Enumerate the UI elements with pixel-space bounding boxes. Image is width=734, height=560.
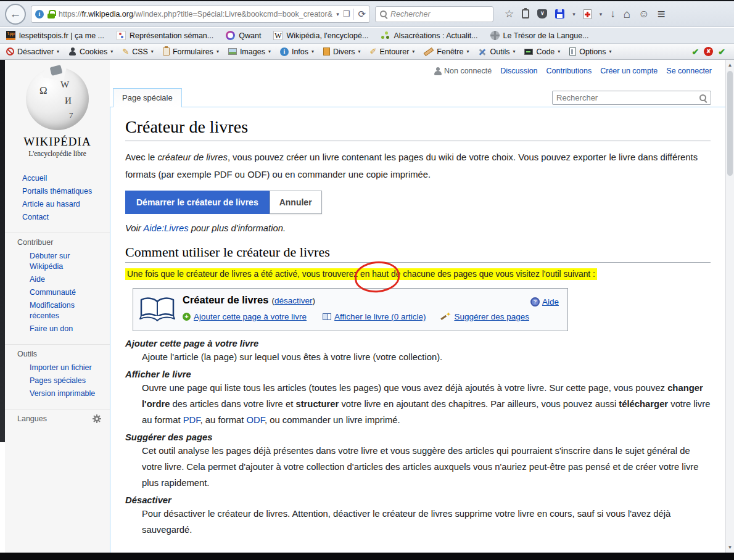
url-history-dropdown-icon[interactable]: ▾ [336, 11, 339, 17]
devbar-label: Options [579, 47, 606, 56]
wikipedia-favicon: W [273, 31, 282, 40]
definition-description: Ouvre une page qui liste tous les articl… [142, 380, 711, 428]
web-developer-toolbar: Désactiver▾ Cookies▾ ✎CSS▾ Formulaires▾ … [0, 44, 734, 60]
browser-search-box[interactable] [375, 6, 493, 22]
suggest-pages-link-label[interactable]: Suggérer des pages [454, 312, 529, 321]
personal-link-create-account[interactable]: Créer un compte [600, 67, 658, 75]
devbar-options[interactable]: Options▾ [569, 47, 611, 56]
addon-page-icon[interactable] [583, 9, 592, 19]
save-dropdown-icon[interactable]: ▾ [572, 11, 575, 17]
personal-link-login[interactable]: Se connecter [666, 67, 712, 75]
wiki-search-input[interactable] [556, 93, 699, 102]
sidebar-item-pages-speciales[interactable]: Pages spéciales [30, 374, 105, 387]
save-session-icon[interactable] [555, 9, 564, 19]
https-lock-icon[interactable] [47, 10, 55, 19]
search-icon[interactable] [699, 94, 707, 102]
devbar-fenetre[interactable]: Fenêtre▾ [424, 47, 469, 56]
help-link[interactable]: Aide [542, 297, 559, 307]
sidebar-item-communaute[interactable]: Communauté [30, 286, 105, 299]
devbar-cookies[interactable]: Cookies▾ [68, 47, 113, 56]
addon-dropdown-icon[interactable]: ▾ [600, 11, 603, 17]
add-page-link-label[interactable]: Ajouter cette page à votre livre [194, 312, 307, 321]
bookmark-lespetitspois[interactable]: lpp lespetitspois.fr | ça me ... [6, 31, 104, 40]
bookmark-alsacreations[interactable]: Alsacréations : Actualit... [381, 31, 477, 40]
bookmark-qwant[interactable]: Qwant [226, 31, 261, 40]
intro-paragraph: Avec le créateur de livres, vous pouvez … [125, 149, 711, 183]
devbar-label: CSS [132, 47, 148, 56]
validation-check-icon[interactable]: ✔ [718, 47, 725, 57]
sidebar-item-hasard[interactable]: Article au hasard [22, 198, 110, 211]
book-creator-toolbox: Créateur de livres (désactiver) ? Aide +… [133, 288, 568, 331]
personal-link-contributions[interactable]: Contributions [546, 67, 592, 75]
downloads-icon[interactable]: ↓ [610, 8, 616, 20]
personal-link-discussion[interactable]: Discussion [500, 67, 537, 75]
ruler-icon [424, 47, 434, 56]
sidebar-item-debuter[interactable]: Débuter sur Wikipédia [30, 250, 105, 273]
reader-mode-icon[interactable]: ❒ [343, 9, 350, 19]
suggest-pages-link[interactable]: ✦ Suggérer des pages [442, 312, 529, 321]
bookmark-representation[interactable]: Représentation séman... [117, 31, 213, 40]
sidebar-item-importer[interactable]: Importer un fichier [30, 361, 105, 374]
url-domain: fr.wikipedia.org [82, 10, 133, 19]
reload-icon[interactable]: ⟳ [358, 9, 366, 20]
wikipedia-tagline: L'encyclopédie libre [5, 150, 110, 157]
validation-error-icon[interactable]: ✘ [704, 47, 713, 56]
dropdown-caret-icon: ▾ [558, 49, 560, 54]
pocket-icon[interactable]: ∨ [537, 9, 547, 19]
action-buttons: Démarrer le créateur de livres Annuler [125, 191, 711, 214]
gear-icon[interactable] [93, 414, 101, 423]
devbar-formulaires[interactable]: Formulaires▾ [163, 47, 219, 56]
url-text[interactable]: https://fr.wikipedia.org/w/index.php?tit… [59, 10, 332, 19]
sidebar-item-don[interactable]: Faire un don [30, 323, 105, 336]
dropdown-caret-icon: ▾ [513, 49, 515, 54]
sidebar-item-version-imprimable[interactable]: Version imprimable [30, 387, 105, 400]
back-button[interactable]: ← [5, 4, 26, 25]
deactivate-link[interactable]: désactiver [274, 296, 313, 305]
wiki-search-box[interactable] [552, 91, 711, 105]
inline-link[interactable]: Aide:Livres [143, 223, 188, 233]
scroll-down-arrow[interactable]: ▼ [726, 545, 734, 550]
clipboard-icon[interactable] [522, 9, 529, 19]
bookmark-tresor-langue[interactable]: Le Trésor de la Langue... [490, 31, 589, 40]
hamburger-menu-icon[interactable]: ≡ [658, 6, 666, 22]
url-bar[interactable]: i https://fr.wikipedia.org/w/index.php?t… [31, 6, 370, 23]
sidebar-item-contact[interactable]: Contact [22, 211, 110, 224]
devbar-label: Divers [333, 47, 355, 56]
sidebar-item-modifications[interactable]: Modifications récentes [30, 299, 105, 323]
devbar-images[interactable]: Images▾ [228, 47, 271, 56]
bookmark-label: Alsacréations : Actualit... [394, 31, 477, 40]
sidebar-item-portails[interactable]: Portails thématiques [22, 185, 110, 198]
devbar-divers[interactable]: Divers▾ [323, 47, 360, 56]
show-book-link[interactable]: Afficher le livre (0 article) [323, 312, 426, 321]
dropdown-caret-icon: ▾ [609, 49, 611, 54]
inline-link[interactable]: PDF [183, 415, 200, 425]
bookmark-wikipedia[interactable]: W Wikipédia, l'encyclopé... [273, 31, 368, 40]
page-info-icon[interactable]: i [35, 10, 44, 19]
browser-search-input[interactable] [390, 10, 477, 19]
validation-check-icon[interactable]: ✔ [692, 47, 699, 57]
start-book-creator-button[interactable]: Démarrer le créateur de livres [125, 191, 270, 214]
home-icon[interactable]: ⌂ [624, 7, 630, 21]
browser-nav-toolbar: ← i https://fr.wikipedia.org/w/index.php… [0, 1, 734, 27]
devbar-css[interactable]: ✎CSS▾ [122, 47, 154, 56]
devbar-code[interactable]: Code▾ [524, 47, 560, 56]
scroll-up-arrow[interactable]: ▲ [726, 62, 734, 68]
feedback-smiley-icon[interactable]: ☺ [638, 8, 649, 20]
devbar-entourer[interactable]: ✐Entourer▾ [369, 47, 414, 56]
text-part: , au format [200, 415, 247, 425]
devbar-outils[interactable]: Outils▾ [478, 47, 515, 56]
devbar-label: Cookies [80, 47, 107, 56]
wikipedia-logo[interactable]: Ω W И 7 WIKIPÉDIA L'encyclopédie libre [5, 60, 110, 157]
cancel-button[interactable]: Annuler [270, 191, 322, 214]
sidebar-item-accueil[interactable]: Accueil [22, 172, 110, 185]
devbar-infos[interactable]: iInfos▾ [280, 47, 314, 56]
add-page-link[interactable]: + Ajouter cette page à votre livre [183, 312, 307, 321]
devbar-desactiver[interactable]: Désactiver▾ [6, 47, 59, 56]
show-book-link-label[interactable]: Afficher le livre (0 article) [334, 312, 426, 321]
inline-link[interactable]: ODF [246, 415, 265, 425]
bookmark-star-icon[interactable]: ☆ [505, 7, 514, 20]
page-scrollbar[interactable]: ▲ ▼ [725, 60, 734, 553]
scrollbar-thumb[interactable] [727, 71, 733, 176]
sidebar-item-aide[interactable]: Aide [30, 273, 105, 286]
tab-page-speciale[interactable]: Page spéciale [113, 88, 182, 107]
